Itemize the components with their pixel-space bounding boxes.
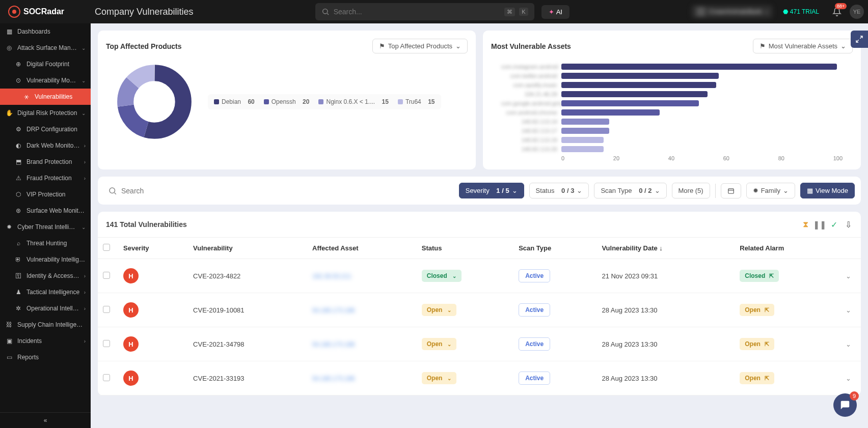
expand-row-button[interactable]: ⌄ [846,340,851,348]
alarm-chip[interactable]: Open⇱ [740,338,774,350]
sidebar-item-drp-config[interactable]: ⚙DRP Configuration [0,121,91,137]
col-vulnerability[interactable]: Vulnerability [188,238,307,259]
ai-button[interactable]: ✦ AI [541,5,569,19]
sidebar-item-dark-web[interactable]: ◐Dark Web Monitoring› [0,137,91,154]
fullscreen-button[interactable] [851,31,868,48]
filter-bar: Severity 1 / 5⌄ Status 0 / 3⌄ Scan Type … [98,177,861,205]
logo-icon [8,6,20,18]
severity-filter[interactable]: Severity 1 / 5⌄ [459,183,524,198]
sidebar-collapse-button[interactable]: « [0,412,91,428]
status-chip[interactable]: Open⌄ [422,304,457,316]
table-row[interactable]: H CVE-2019-10081 54.180.173.186 Open⌄ Ac… [98,293,861,327]
col-alarm[interactable]: Related Alarm [735,238,840,259]
view-mode-button[interactable]: ▦View Mode [800,183,855,198]
sidebar-item-digital-footprint[interactable]: ⊕Digital Footprint [0,56,91,72]
select-all-checkbox[interactable] [103,244,110,251]
sidebar-item-identity[interactable]: ⚿Identity & Access Intelligence› [0,268,91,284]
external-link-icon: ⇱ [765,375,769,382]
asset-cell[interactable]: 54.180.173.186 [312,375,355,382]
date-cell: 28 Aug 2023 13:30 [596,293,735,327]
sidebar-item-tactical[interactable]: ♟Tactical Intelligence› [0,284,91,300]
sidebar-item-dashboards[interactable]: ▦Dashboards [0,23,91,40]
col-date[interactable]: Vulnerability Date ↓ [596,238,735,259]
col-asset[interactable]: Affected Asset [307,238,417,259]
sidebar-item-vuln-intel[interactable]: ⛨Vulnerability Intelligence [0,251,91,268]
table-row[interactable]: H CVE-2023-4822 192.30.53.211 Closed⌄ Ac… [98,259,861,293]
most-vuln-dropdown[interactable]: ⚑ Most Vulnerable Assets ⌄ [753,39,853,53]
sidebar-item-operational[interactable]: ✲Operational Intelligence› [0,300,91,317]
table-search-input[interactable] [121,187,450,195]
alarm-chip[interactable]: Open⇱ [740,304,774,316]
scan-chip: Active [519,337,550,351]
row-checkbox[interactable] [103,374,110,381]
asset-cell[interactable]: 192.30.53.211 [312,273,351,280]
svg-point-5 [125,73,183,131]
check-icon[interactable]: ✓ [829,220,838,229]
sidebar-item-cti[interactable]: ✸Cyber Threat Intelligence⌄ [0,219,91,235]
row-checkbox[interactable] [103,306,110,313]
sidebar-item-surface-web[interactable]: ⊛Surface Web Monitoring [0,203,91,219]
status-chip[interactable]: Open⌄ [422,372,457,384]
sidebar-item-vip[interactable]: ⬡VIP Protection [0,186,91,203]
bug-icon: ⚹ [22,93,31,101]
card-title: Most Vulnerable Assets [491,42,571,50]
alarm-chip[interactable]: Closed⇱ [740,270,779,282]
chevron-down-icon: ⌄ [82,110,86,116]
logo[interactable]: SOCRadar [4,6,68,18]
download-icon[interactable]: ⇩ [844,220,853,229]
sidebar-item-fraud[interactable]: ⚠Fraud Protection› [0,170,91,186]
expand-row-button[interactable]: ⌄ [846,272,851,280]
status-filter[interactable]: Status 0 / 3⌄ [529,183,589,198]
chat-button[interactable]: 9 [833,393,857,417]
asset-cell[interactable]: 54.180.173.186 [312,307,355,314]
more-filter[interactable]: More (5) [672,183,710,198]
org-selector[interactable]: CrownAnimalsBank ▾ [691,5,773,18]
hourglass-icon[interactable]: ⧗ [801,220,810,229]
user-avatar[interactable]: YE [850,5,864,19]
cve-cell: CVE-2021-34798 [188,327,307,361]
col-status[interactable]: Status [417,238,513,259]
table-row[interactable]: H CVE-2021-33193 54.180.173.186 Open⌄ Ac… [98,361,861,395]
sidebar-item-vuln-monitoring[interactable]: ⊙Vulnerability Monitoring⌄ [0,72,91,89]
col-severity[interactable]: Severity [118,238,188,259]
chevron-down-icon: ⌄ [783,187,789,194]
sidebar-item-threat-hunting[interactable]: ⌕Threat Hunting [0,235,91,251]
scan-chip: Active [519,303,550,317]
scan-type-filter[interactable]: Scan Type 0 / 2⌄ [594,183,666,198]
expand-row-button[interactable]: ⌄ [846,306,851,314]
status-chip[interactable]: Open⌄ [422,338,457,350]
sidebar-item-vulnerabilities[interactable]: ⚹Vulnerabilities [0,89,91,105]
table-search[interactable] [104,184,454,197]
trial-pill[interactable]: ⬣ 471 TRIAL [778,6,824,17]
sidebar-item-brand[interactable]: ⬒Brand Protection› [0,154,91,170]
sidebar-item-asm[interactable]: ◎Attack Surface Management⌄ [0,40,91,56]
bar-chart: com.instagram.androidcom.twitter.android… [491,59,853,161]
most-vulnerable-assets-card: Most Vulnerable Assets ⚑ Most Vulnerable… [483,31,861,169]
search-icon [321,8,330,16]
pause-icon[interactable]: ❚❚ [815,220,824,229]
donut-chart [116,64,193,140]
alarm-chip[interactable]: Open⇱ [740,372,774,384]
chevron-right-icon: › [84,290,86,295]
status-chip[interactable]: Closed⌄ [422,270,462,282]
date-filter[interactable] [721,183,741,198]
sidebar-item-supply[interactable]: ⛓Supply Chain Intelligence [0,317,91,333]
top-products-dropdown[interactable]: ⚑ Top Affected Products ⌄ [372,39,468,53]
asset-cell[interactable]: 54.180.173.186 [312,341,355,348]
sidebar-item-reports[interactable]: ▭Reports [0,349,91,365]
col-scan-type[interactable]: Scan Type [513,238,596,259]
bar-row: 140.82.113.14 [501,119,843,125]
global-search[interactable]: ⌘ K [315,3,534,20]
sidebar-item-drp[interactable]: ✋Digital Risk Protection⌄ [0,105,91,121]
row-checkbox[interactable] [103,340,110,347]
svg-rect-8 [728,188,734,193]
family-filter[interactable]: ✹Family⌄ [746,183,795,198]
sidebar-item-incidents[interactable]: ▣Incidents› [0,333,91,349]
search-input[interactable] [334,8,501,16]
external-link-icon: ⇱ [765,307,769,313]
notifications-button[interactable]: 88+ [829,4,845,19]
table-row[interactable]: H CVE-2021-34798 54.180.173.186 Open⌄ Ac… [98,327,861,361]
bell-badge: 88+ [835,3,847,9]
expand-row-button[interactable]: ⌄ [846,375,851,382]
row-checkbox[interactable] [103,272,110,279]
